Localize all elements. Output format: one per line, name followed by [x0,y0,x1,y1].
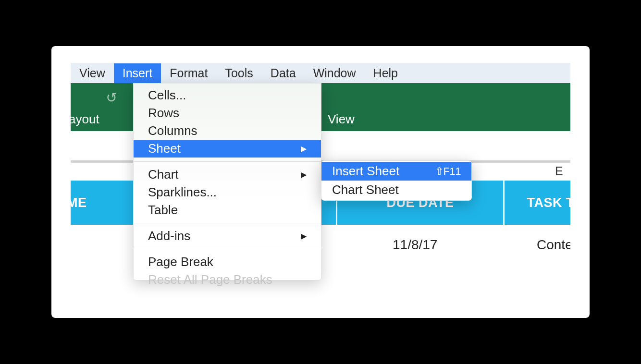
menu-window[interactable]: Window [305,63,365,83]
header-label-task: TASK T [527,195,571,210]
menuitem-label: Columns [148,123,197,138]
submenu-arrow-icon: ▶ [301,231,307,241]
submenu-label: Insert Sheet [332,164,399,179]
menuitem-sheet[interactable]: Sheet ▶ [134,140,321,158]
submenu-arrow-icon: ▶ [301,144,307,153]
menu-help[interactable]: Help [365,63,407,83]
menuitem-columns[interactable]: Columns [134,122,321,140]
submenu-insert-sheet[interactable]: Insert Sheet ⇧F11 [321,162,471,181]
menuitem-label: Reset All Page Breaks [148,272,272,287]
menuitem-label: Add-ins [148,229,190,243]
ribbon-tab-view[interactable]: View [328,112,355,127]
menuitem-label: Sheet [148,141,181,156]
menuitem-rows[interactable]: Rows [134,104,321,122]
menu-separator [134,249,321,249]
menuitem-label: Sparklines... [148,185,217,200]
sheet-submenu: Insert Sheet ⇧F11 Chart Sheet [321,160,472,201]
submenu-arrow-icon: ▶ [301,170,307,179]
keyboard-shortcut: ⇧F11 [435,165,461,178]
menu-format[interactable]: Format [161,63,216,83]
header-label-name: ME [71,195,87,210]
menu-insert[interactable]: Insert [114,63,161,83]
ribbon-tab-layout[interactable]: ayout [71,112,99,127]
menuitem-label: Chart [148,167,179,182]
cell-task[interactable]: Conte [537,237,570,253]
menuitem-label: Table [148,203,178,218]
menuitem-label: Cells... [148,88,186,103]
menuitem-reset-page-breaks: Reset All Page Breaks [134,271,321,289]
menuitem-addins[interactable]: Add-ins ▶ [134,227,321,245]
menu-tools[interactable]: Tools [216,63,261,83]
submenu-label: Chart Sheet [332,182,399,197]
menu-view[interactable]: View [71,63,114,83]
menu-separator [134,223,321,223]
column-header-e[interactable]: E [555,164,563,178]
menu-separator [134,161,321,162]
menuitem-page-break[interactable]: Page Break [134,253,321,271]
menu-data[interactable]: Data [262,63,305,83]
insert-dropdown: Cells... Rows Columns Sheet ▶ Chart ▶ Sp… [133,83,321,280]
screenshot-card: View Insert Format Tools Data Window Hel… [51,46,590,318]
undo-icon[interactable]: ↻ [106,90,117,106]
menuitem-table[interactable]: Table [134,201,321,219]
menuitem-chart[interactable]: Chart ▶ [134,166,321,183]
menuitem-label: Rows [148,106,179,121]
menuitem-label: Page Break [148,255,213,269]
header-cell-task: TASK T [505,181,570,225]
app-window: View Insert Format Tools Data Window Hel… [71,63,570,299]
submenu-chart-sheet[interactable]: Chart Sheet [321,181,471,199]
menubar: View Insert Format Tools Data Window Hel… [71,63,570,83]
menuitem-cells[interactable]: Cells... [134,86,321,104]
cell-due-date[interactable]: 11/8/17 [393,237,437,253]
menuitem-sparklines[interactable]: Sparklines... [134,183,321,201]
